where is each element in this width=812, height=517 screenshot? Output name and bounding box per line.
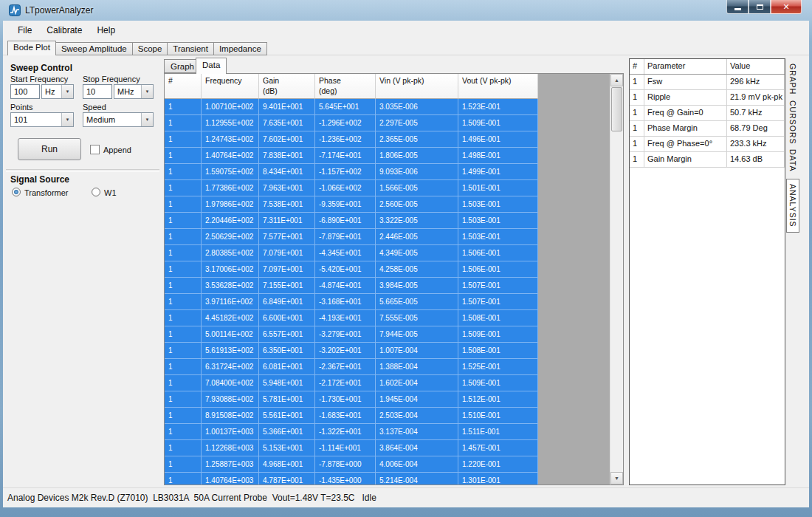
data-grid-cell: 2.20446E+002 [202, 213, 259, 229]
data-grid-cell: -6.890E+001 [315, 213, 376, 229]
analysis-row[interactable]: 1Freq @ Gain=050.7 kHz [630, 106, 785, 121]
data-grid-row[interactable]: 11.97986E+0027.538E+001-9.359E+0012.560E… [165, 196, 538, 213]
data-grid-row[interactable]: 11.00710E+0029.401E+0015.645E+0013.035E-… [165, 99, 538, 115]
tab-sweep-amplitude[interactable]: Sweep Amplitude [55, 42, 133, 55]
data-grid-cell: 7.93088E+002 [202, 391, 259, 408]
stop-frequency-unit-select[interactable]: MHz ▼ [114, 84, 154, 99]
scroll-down-button[interactable]: ▼ [610, 472, 623, 485]
data-grid-row[interactable]: 17.08400E+0025.948E+001-2.172E+0011.602E… [165, 375, 538, 391]
side-tab-data[interactable]: DATA [787, 148, 799, 173]
analysis-row[interactable]: 1Gain Margin14.63 dB [630, 152, 785, 168]
side-tab-cursors[interactable]: CURSORS [787, 99, 799, 146]
data-grid-row[interactable]: 15.61913E+0026.350E+001-3.202E+0011.007E… [165, 343, 538, 359]
minimize-button[interactable] [726, 0, 749, 14]
tab-scope[interactable]: Scope [132, 42, 168, 55]
data-grid-row[interactable]: 11.25887E+0034.968E+001-7.878E+0004.006E… [165, 456, 538, 473]
analysis-row[interactable]: 1Fsw296 kHz [630, 75, 785, 90]
side-tab-graph[interactable]: GRAPH [787, 62, 799, 96]
data-grid-row[interactable]: 15.00114E+0026.557E+001-3.279E+0017.944E… [165, 326, 538, 343]
menu-file[interactable]: File [10, 23, 39, 39]
data-grid-cell: -4.345E+001 [315, 245, 376, 261]
data-grid-cell: 1 [165, 310, 202, 326]
data-grid-row[interactable]: 11.40764E+0034.787E+001-1.435E+0005.214E… [165, 473, 538, 485]
analysis-row[interactable]: 1Ripple21.9 mV pk-pk [630, 90, 785, 106]
points-value: 101 [11, 113, 61, 126]
data-grid-cell: 6.081E+001 [259, 359, 315, 375]
analysis-row[interactable]: 1Phase Margin68.79 Deg [630, 121, 785, 137]
data-grid-row[interactable]: 13.17006E+0027.097E+001-5.420E+0014.258E… [165, 261, 538, 278]
data-grid-row[interactable]: 14.45182E+0026.600E+001-4.193E+0017.555E… [165, 310, 538, 326]
data-grid-cell: 1 [165, 229, 202, 245]
stop-frequency-input[interactable] [83, 84, 112, 99]
data-grid-cell: 4.45182E+002 [202, 310, 259, 326]
scrollbar-thumb[interactable] [611, 87, 622, 131]
data-grid-cell: 2.80385E+002 [202, 245, 259, 261]
speed-select[interactable]: Medium ▼ [83, 112, 154, 127]
append-checkbox[interactable] [90, 145, 100, 154]
analysis-panel: # Parameter Value 1Fsw296 kHz1Ripple21.9… [629, 58, 785, 485]
data-grid-cell: 1.499E-001 [458, 164, 538, 180]
data-grid-cell: 2.446E-005 [376, 229, 458, 245]
data-grid-row[interactable]: 11.00137E+0035.366E+001-1.322E+0013.137E… [165, 424, 538, 440]
column-header-vin[interactable]: Vin (V pk-pk) [376, 74, 458, 99]
data-grid-cell: 1 [165, 164, 202, 180]
tab-data[interactable]: Data [196, 58, 227, 74]
start-frequency-input[interactable] [10, 84, 40, 99]
data-grid-cell: 7.555E-005 [376, 310, 458, 326]
maximize-icon [757, 4, 763, 10]
scroll-down-icon: ▼ [614, 476, 619, 481]
column-header-vout[interactable]: Vout (V pk-pk) [458, 74, 538, 99]
points-select[interactable]: 101 ▼ [10, 112, 74, 127]
column-header-phase[interactable]: Phase (deg) [315, 74, 376, 99]
analysis-cell: Phase Margin [644, 121, 727, 136]
column-header-index[interactable]: # [165, 74, 202, 99]
data-grid-row[interactable]: 11.59075E+0028.434E+001-1.157E+0029.093E… [165, 164, 538, 180]
data-grid-row[interactable]: 11.24743E+0027.602E+001-1.236E+0022.365E… [165, 131, 538, 148]
data-grid-row[interactable]: 11.40764E+0027.838E+001-7.174E+0011.806E… [165, 148, 538, 164]
data-grid-row[interactable]: 17.93088E+0025.781E+001-1.730E+0011.945E… [165, 391, 538, 408]
points-label: Points [10, 103, 33, 112]
run-button[interactable]: Run [18, 138, 81, 160]
data-grid-cell: -2.367E+001 [315, 359, 376, 375]
column-header-gain[interactable]: Gain (dB) [259, 74, 315, 99]
data-grid-row[interactable]: 12.80385E+0027.079E+001-4.345E+0014.349E… [165, 245, 538, 261]
start-frequency-unit-value: Hz [42, 85, 61, 98]
data-grid-row[interactable]: 11.77386E+0027.963E+001-1.066E+0021.566E… [165, 180, 538, 196]
menu-calibrate[interactable]: Calibrate [39, 23, 89, 39]
data-grid-cell: 1.507E-001 [458, 278, 538, 294]
data-grid-row[interactable]: 12.20446E+0027.311E+001-6.890E+0013.322E… [165, 213, 538, 229]
tab-impedance[interactable]: Impedance [213, 42, 267, 55]
start-frequency-unit-select[interactable]: Hz ▼ [41, 84, 74, 99]
close-button[interactable]: ✕ [771, 0, 802, 14]
data-grid-row[interactable]: 16.31724E+0026.081E+001-2.367E+0011.388E… [165, 359, 538, 375]
analysis-cell: 1 [630, 152, 644, 167]
vertical-scrollbar[interactable]: ▲ ▼ [610, 74, 623, 485]
data-grid-row[interactable]: 12.50629E+0027.577E+001-7.879E+0012.446E… [165, 229, 538, 245]
data-grid-cell: 1.007E-004 [376, 343, 458, 359]
data-grid-cell: 1 [165, 473, 202, 485]
data-grid-row[interactable]: 13.53628E+0027.155E+001-4.874E+0013.984E… [165, 278, 538, 294]
column-header-frequency[interactable]: Frequency [202, 74, 259, 99]
data-grid-row[interactable]: 18.91508E+0025.561E+001-1.683E+0012.503E… [165, 408, 538, 424]
data-grid-row[interactable]: 11.12955E+0027.635E+001-1.296E+0022.297E… [165, 115, 538, 131]
scroll-up-button[interactable]: ▲ [610, 74, 623, 86]
menu-help[interactable]: Help [89, 23, 123, 39]
data-grid-cell: 1 [165, 294, 202, 310]
side-tab-analysis[interactable]: ANALYSIS [786, 179, 799, 233]
maximize-button[interactable] [749, 0, 771, 14]
tab-bode-plot[interactable]: Bode Plot [7, 41, 56, 55]
data-grid-cell: 4.258E-005 [376, 261, 458, 278]
data-grid-cell: 1.503E-001 [458, 229, 538, 245]
tab-transient[interactable]: Transient [167, 42, 214, 55]
data-grid-cell: 5.645E+001 [315, 99, 376, 115]
data-grid-cell: 4.006E-004 [376, 456, 458, 473]
radio-w1[interactable] [92, 188, 100, 196]
section-divider [6, 169, 159, 172]
radio-transformer[interactable] [12, 188, 21, 196]
data-grid-row[interactable]: 13.97116E+0026.849E+001-3.168E+0015.665E… [165, 294, 538, 310]
data-grid-row[interactable]: 11.12268E+0035.153E+001-1.114E+0013.864E… [165, 440, 538, 456]
data-grid-cell: -3.202E+001 [315, 343, 376, 359]
data-grid-cell: 1 [165, 245, 202, 261]
data-grid-cell: 7.577E+001 [259, 229, 315, 245]
analysis-row[interactable]: 1Freq @ Phase=0°233.3 kHz [630, 137, 785, 152]
